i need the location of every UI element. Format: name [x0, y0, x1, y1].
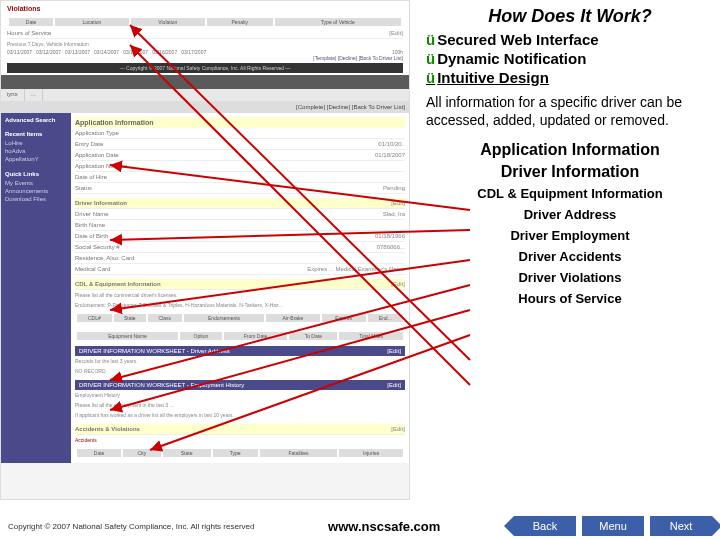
- addr-bar: DRIVER INFORMATION WORKSHEET - Driver Ad…: [75, 346, 405, 356]
- info-acc: Driver Accidents: [420, 246, 720, 267]
- driver-info-title: Driver Information: [75, 200, 127, 206]
- check-icon: ü: [426, 50, 435, 67]
- menu-button[interactable]: Menu: [582, 516, 644, 536]
- info-cdl: CDL & Equipment Information: [420, 183, 720, 204]
- app-screenshot: Violations Date Location Violation Penal…: [0, 0, 410, 500]
- slide-text: How Does It Work? üSecured Web Interface…: [420, 0, 720, 309]
- footer: Copyright © 2007 National Safety Complia…: [0, 516, 720, 536]
- info-viol: Driver Violations: [420, 267, 720, 288]
- content: Application Information Application Type…: [71, 113, 409, 463]
- check-icon: ü: [426, 69, 435, 86]
- info-hos: Hours of Service: [420, 288, 720, 309]
- bullet-secured: üSecured Web Interface: [420, 31, 720, 50]
- info-addr: Driver Address: [420, 204, 720, 225]
- check-icon: ü: [426, 31, 435, 48]
- emp-bar: DRIVER INFORMATION WORKSHEET - Employmen…: [75, 380, 405, 390]
- slide-heading: How Does It Work?: [420, 0, 720, 31]
- bullet-intuitive: üIntuitive Design: [420, 69, 720, 88]
- info-title-driver: Driver Information: [420, 161, 720, 183]
- next-button[interactable]: Next: [650, 516, 712, 536]
- sidebar: Advanced Search Recent Items LoHire hoAd…: [1, 113, 71, 463]
- url: www.nscsafe.com: [254, 519, 514, 534]
- slide-paragraph: All information for a specific driver ca…: [420, 88, 720, 139]
- app-info-title: Application Information: [75, 117, 405, 128]
- violations-heading: Violations: [7, 3, 403, 14]
- info-title-app: Application Information: [420, 139, 720, 161]
- info-emp: Driver Employment: [420, 225, 720, 246]
- bullet-dynamic: üDynamic Notification: [420, 50, 720, 69]
- copyright: Copyright © 2007 National Safety Complia…: [8, 522, 254, 531]
- cdl-title: CDL & Equipment Information: [75, 281, 161, 287]
- back-button[interactable]: Back: [514, 516, 576, 536]
- nav: Back Menu Next: [514, 516, 712, 536]
